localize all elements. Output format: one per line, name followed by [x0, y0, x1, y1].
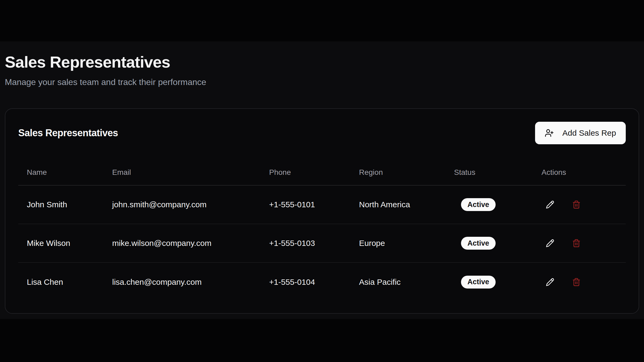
cell-name: Mike Wilson — [18, 224, 104, 263]
cell-email: mike.wilson@company.com — [104, 224, 261, 263]
page: Sales Representatives Manage your sales … — [0, 0, 644, 314]
cell-name: Lisa Chen — [18, 263, 104, 301]
cell-status: Active — [445, 224, 533, 263]
status-badge: Active — [461, 237, 496, 250]
cell-region: North America — [350, 185, 445, 224]
status-badge: Active — [461, 276, 496, 289]
table-row: John Smith john.smith@company.com +1-555… — [18, 185, 626, 224]
cell-phone: +1-555-0101 — [261, 185, 350, 224]
column-header-email: Email — [104, 160, 261, 185]
cell-status: Active — [445, 185, 533, 224]
add-sales-rep-label: Add Sales Rep — [562, 128, 616, 138]
edit-button[interactable] — [541, 235, 559, 252]
sales-reps-card: Sales Representatives Add Sales Rep — [5, 108, 639, 314]
trash-icon — [572, 239, 581, 248]
pencil-icon — [546, 239, 554, 248]
column-header-status: Status — [445, 160, 533, 185]
page-subtitle: Manage your sales team and track their p… — [5, 77, 639, 87]
column-header-name: Name — [18, 160, 104, 185]
delete-button[interactable] — [568, 235, 585, 252]
edit-button[interactable] — [541, 274, 559, 291]
user-plus-icon — [545, 128, 554, 138]
cell-phone: +1-555-0103 — [261, 224, 350, 263]
cell-actions — [533, 185, 626, 224]
status-badge: Active — [461, 198, 496, 211]
table-header-row: Name Email Phone Region Status Actions — [18, 160, 626, 185]
cell-email: lisa.chen@company.com — [104, 263, 261, 301]
pencil-icon — [546, 278, 554, 286]
sales-reps-table: Name Email Phone Region Status Actions J… — [18, 160, 626, 301]
delete-button[interactable] — [568, 274, 585, 291]
edit-button[interactable] — [541, 196, 559, 213]
cell-email: john.smith@company.com — [104, 185, 261, 224]
cell-status: Active — [445, 263, 533, 301]
cell-region: Europe — [350, 224, 445, 263]
cell-region: Asia Pacific — [350, 263, 445, 301]
table-row: Lisa Chen lisa.chen@company.com +1-555-0… — [18, 263, 626, 301]
add-sales-rep-button[interactable]: Add Sales Rep — [535, 122, 626, 144]
card-title: Sales Representatives — [18, 127, 118, 139]
trash-icon — [572, 278, 581, 286]
cell-name: John Smith — [18, 185, 104, 224]
pencil-icon — [546, 200, 554, 209]
delete-button[interactable] — [568, 196, 585, 213]
cell-actions — [533, 263, 626, 301]
card-header: Sales Representatives Add Sales Rep — [18, 122, 626, 144]
table-row: Mike Wilson mike.wilson@company.com +1-5… — [18, 224, 626, 263]
trash-icon — [572, 200, 581, 209]
cell-actions — [533, 224, 626, 263]
column-header-actions: Actions — [533, 160, 626, 185]
column-header-phone: Phone — [261, 160, 350, 185]
cell-phone: +1-555-0104 — [261, 263, 350, 301]
column-header-region: Region — [350, 160, 445, 185]
page-title: Sales Representatives — [5, 0, 639, 72]
